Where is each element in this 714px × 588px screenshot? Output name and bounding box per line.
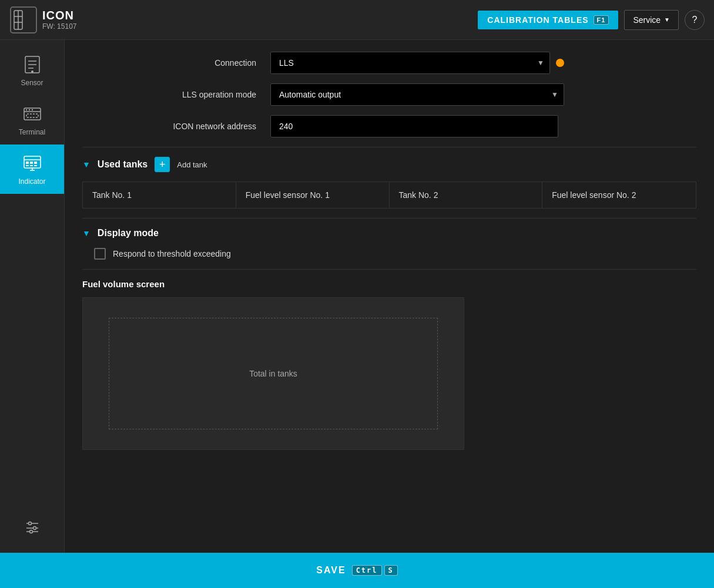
terminal-icon	[22, 103, 43, 125]
sidebar-sensor-label: Sensor	[21, 79, 43, 87]
sidebar-item-terminal[interactable]: Terminal	[0, 95, 64, 145]
main-layout: Sensor Terminal	[0, 40, 714, 553]
network-address-row: ICON network address	[82, 115, 696, 137]
calibration-key-badge: F1	[594, 15, 609, 25]
lls-mode-row: LLS operation mode Automatic output Manu…	[82, 83, 696, 106]
connection-row: Connection LLS RS232 CAN ▼	[82, 52, 696, 74]
connection-select-wrap: LLS RS232 CAN ▼	[270, 52, 550, 74]
fuel-screen-text: Total in tanks	[249, 369, 297, 378]
connection-label: Connection	[82, 58, 270, 68]
display-mode-section-header: ▼ Display mode	[82, 228, 696, 238]
connection-select[interactable]: LLS RS232 CAN	[270, 52, 550, 74]
network-address-input[interactable]	[270, 115, 558, 137]
svg-rect-19	[30, 162, 33, 164]
lls-mode-label: LLS operation mode	[82, 90, 270, 99]
sidebar: Sensor Terminal	[0, 40, 65, 553]
svg-rect-21	[26, 165, 29, 166]
lls-mode-control: Automatic output Manual output Request m…	[270, 83, 564, 106]
used-tanks-collapse-button[interactable]: ▼	[82, 160, 90, 169]
help-button[interactable]: ?	[685, 10, 705, 30]
svg-rect-23	[34, 165, 37, 166]
fuel-volume-section: Fuel volume screen Total in tanks	[82, 279, 696, 450]
add-tank-button[interactable]: +	[155, 157, 170, 172]
threshold-checkbox-row: Respond to threshold exceeding	[94, 248, 696, 260]
settings-sliders-icon	[24, 519, 41, 535]
service-dropdown-arrow: ▼	[664, 16, 670, 23]
tank-col-3: Tank No. 2	[390, 182, 543, 208]
sidebar-terminal-label: Terminal	[19, 128, 45, 136]
svg-point-32	[29, 530, 32, 533]
connection-status-dot	[556, 59, 564, 67]
app-title: ICON	[42, 9, 76, 22]
tank-col-1: Tank No. 1	[83, 182, 236, 208]
sidebar-item-sensor[interactable]: Sensor	[0, 46, 64, 95]
app-firmware: FW: 15107	[42, 22, 76, 31]
display-mode-title: Display mode	[98, 228, 159, 238]
threshold-checkbox-label: Respond to threshold exceeding	[113, 249, 231, 258]
tank-col-4: Fuel level sensor No. 2	[542, 182, 696, 208]
network-address-label: ICON network address	[82, 122, 270, 131]
save-shortcut-badge: Ctrl S	[352, 565, 398, 576]
save-bar[interactable]: SAVE Ctrl S	[0, 553, 714, 588]
used-tanks-title: Used tanks	[98, 159, 148, 170]
svg-rect-18	[26, 162, 29, 164]
sidebar-bottom	[0, 510, 64, 553]
app-title-group: ICON FW: 15107	[42, 9, 76, 31]
service-button[interactable]: Service ▼	[624, 10, 679, 30]
svg-point-30	[33, 527, 36, 530]
indicator-icon	[22, 153, 43, 174]
sidebar-indicator-label: Indicator	[18, 177, 45, 186]
header-actions: CALIBRATION TABLES F1 Service ▼ ?	[478, 10, 705, 30]
calibration-tables-button[interactable]: CALIBRATION TABLES F1	[478, 11, 618, 29]
display-mode-section: ▼ Display mode Respond to threshold exce…	[82, 228, 696, 260]
sidebar-settings-button[interactable]	[0, 510, 64, 543]
main-content: Connection LLS RS232 CAN ▼ LLS operation…	[65, 40, 714, 553]
sidebar-item-indicator[interactable]: Indicator	[0, 145, 64, 194]
lls-mode-select[interactable]: Automatic output Manual output Request m…	[270, 83, 564, 106]
lls-mode-select-wrap: Automatic output Manual output Request m…	[270, 83, 564, 106]
network-address-control	[270, 115, 564, 137]
svg-rect-22	[30, 165, 33, 166]
fuel-volume-title: Fuel volume screen	[82, 279, 696, 289]
save-key-s: S	[384, 565, 398, 576]
fuel-screen-container: Total in tanks	[82, 297, 464, 450]
add-tank-label: Add tank	[177, 160, 207, 169]
svg-rect-20	[34, 162, 37, 164]
svg-rect-15	[26, 114, 38, 117]
app-header: ICON FW: 15107 CALIBRATION TABLES F1 Ser…	[0, 0, 714, 40]
connection-control: LLS RS232 CAN ▼	[270, 52, 564, 74]
svg-point-14	[31, 109, 32, 110]
save-key-ctrl: Ctrl	[352, 565, 382, 576]
save-label: SAVE	[316, 565, 346, 576]
threshold-checkbox[interactable]	[94, 248, 106, 260]
sensor-icon	[22, 54, 43, 75]
tank-col-2: Fuel level sensor No. 1	[236, 182, 390, 208]
svg-point-28	[28, 522, 31, 525]
tanks-table: Tank No. 1 Fuel level sensor No. 1 Tank …	[82, 182, 696, 209]
app-logo-icon	[9, 6, 38, 34]
svg-point-12	[25, 109, 26, 110]
svg-point-13	[28, 109, 29, 110]
svg-point-9	[31, 70, 33, 73]
used-tanks-section-header: ▼ Used tanks + Add tank	[82, 157, 696, 172]
fuel-screen-inner: Total in tanks	[109, 318, 438, 429]
display-mode-collapse-button[interactable]: ▼	[82, 229, 90, 238]
